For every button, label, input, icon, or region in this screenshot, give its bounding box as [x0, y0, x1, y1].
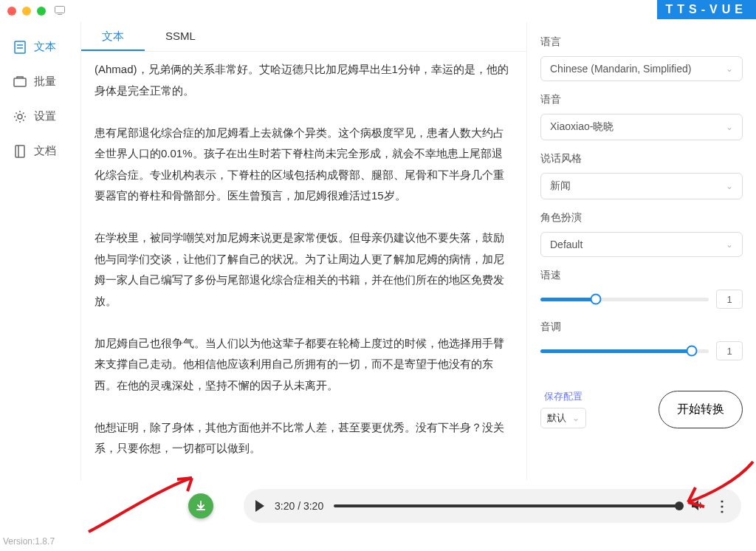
sidebar-item-label: 文本 — [34, 40, 56, 54]
minimize-window-button[interactable] — [22, 7, 31, 16]
tab-text[interactable]: 文本 — [81, 22, 145, 51]
chevron-down-icon: ⌄ — [726, 181, 733, 191]
sidebar-item-label: 文档 — [34, 144, 56, 158]
chevron-down-icon: ⌄ — [726, 64, 733, 74]
book-icon — [13, 145, 27, 158]
pitch-slider[interactable] — [540, 349, 709, 353]
role-select[interactable]: Default ⌄ — [540, 232, 743, 257]
voice-label: 语音 — [540, 93, 743, 106]
svg-rect-7 — [16, 146, 24, 157]
audio-player: 3:20 / 3:20 ⋮ — [244, 489, 741, 523]
document-icon — [13, 41, 27, 54]
speed-value[interactable]: 1 — [716, 290, 743, 309]
maximize-window-button[interactable] — [37, 7, 46, 16]
preset-value: 默认 — [547, 411, 566, 425]
voice-value: Xiaoxiao-晓晓 — [550, 120, 614, 134]
download-button[interactable] — [188, 493, 213, 519]
sidebar-item-batch[interactable]: 批量 — [0, 64, 80, 99]
voice-select[interactable]: Xiaoxiao-晓晓 ⌄ — [540, 114, 743, 140]
progress-bar[interactable] — [334, 504, 679, 507]
app-main: 文本 批量 设置 文档 Version:1.8.7 文本 SSML (Ahm — [0, 22, 756, 480]
speed-slider[interactable] — [540, 298, 709, 301]
center-panel: 文本 SSML (Ahmad)，兄弟俩的关系非常好。艾哈迈德只比加尼姆早出生1分… — [81, 22, 527, 480]
svg-rect-0 — [55, 6, 65, 13]
sidebar: 文本 批量 设置 文档 Version:1.8.7 — [0, 22, 81, 480]
sidebar-item-label: 批量 — [34, 75, 56, 89]
sidebar-item-label: 设置 — [34, 109, 56, 123]
play-button[interactable] — [255, 500, 264, 512]
style-value: 新闻 — [550, 179, 571, 193]
editor-tabs: 文本 SSML — [81, 22, 526, 52]
style-label: 说话风格 — [540, 152, 743, 165]
monitor-icon — [55, 6, 65, 17]
role-value: Default — [550, 239, 583, 250]
pitch-slider-thumb[interactable] — [687, 346, 698, 357]
text-content[interactable]: (Ahmad)，兄弟俩的关系非常好。艾哈迈德只比加尼姆早出生1分钟，幸运的是，他… — [81, 52, 526, 480]
close-window-button[interactable] — [7, 7, 16, 16]
svg-point-6 — [18, 114, 22, 119]
pitch-label: 音调 — [540, 321, 743, 334]
language-value: Chinese (Mandarin, Simplified) — [550, 63, 691, 75]
chevron-down-icon: ⌄ — [572, 413, 580, 423]
chevron-down-icon: ⌄ — [726, 122, 733, 132]
role-label: 角色扮演 — [540, 211, 743, 225]
language-label: 语言 — [540, 35, 743, 49]
window-controls — [7, 7, 46, 16]
player-bar: 3:20 / 3:20 ⋮ — [0, 480, 756, 532]
preset-select[interactable]: 默认 ⌄ — [540, 408, 586, 428]
titlebar: TTS-VUE — [0, 0, 756, 22]
save-config-link[interactable]: 保存配置 — [544, 390, 583, 403]
brand-logo: TTS-VUE — [657, 0, 756, 19]
tab-ssml[interactable]: SSML — [145, 22, 216, 51]
settings-panel: 语言 Chinese (Mandarin, Simplified) ⌄ 语音 X… — [527, 22, 756, 480]
gear-icon — [13, 110, 27, 123]
speed-label: 语速 — [540, 269, 743, 282]
pitch-value[interactable]: 1 — [716, 341, 743, 360]
sidebar-item-settings[interactable]: 设置 — [0, 99, 80, 134]
convert-button[interactable]: 开始转换 — [659, 391, 743, 428]
player-time: 3:20 / 3:20 — [275, 500, 323, 512]
volume-icon[interactable] — [690, 498, 704, 515]
version-label: Version:1.8.7 — [3, 536, 55, 547]
speed-slider-thumb[interactable] — [591, 294, 602, 305]
sidebar-item-docs[interactable]: 文档 — [0, 134, 80, 168]
chevron-down-icon: ⌄ — [726, 239, 733, 250]
more-options-button[interactable]: ⋮ — [715, 497, 729, 515]
svg-rect-2 — [15, 41, 25, 53]
svg-rect-5 — [14, 78, 26, 86]
language-select[interactable]: Chinese (Mandarin, Simplified) ⌄ — [540, 56, 743, 81]
style-select[interactable]: 新闻 ⌄ — [540, 173, 743, 199]
batch-icon — [13, 75, 27, 89]
sidebar-item-text[interactable]: 文本 — [0, 30, 80, 64]
